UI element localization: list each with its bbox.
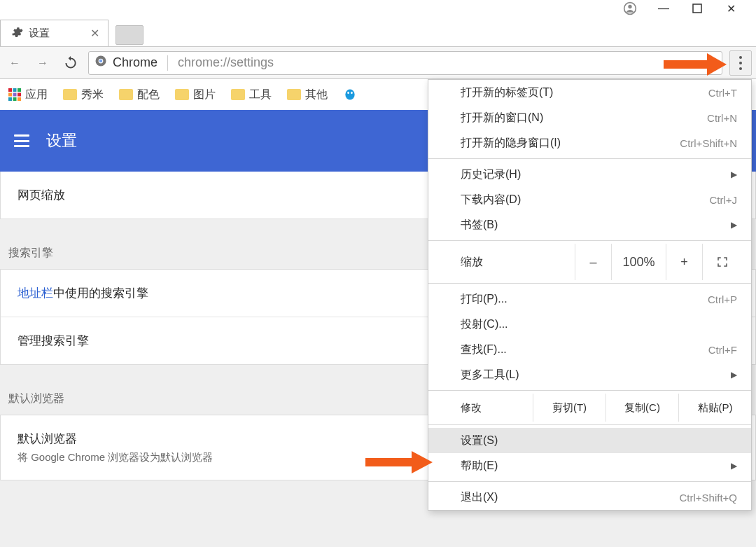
tab-settings[interactable]: 设置 ✕: [0, 20, 108, 46]
back-button[interactable]: ←: [4, 53, 25, 74]
tab-strip: 设置 ✕: [0, 18, 756, 46]
menu-label: 更多工具(L): [461, 368, 519, 382]
svg-point-7: [739, 62, 742, 64]
menu-label: 退出(X): [461, 490, 498, 505]
settings-title: 设置: [46, 130, 77, 151]
forward-button[interactable]: →: [32, 53, 53, 74]
address-bar-text: 中使用的搜索引擎: [53, 286, 148, 300]
menu-separator: [428, 481, 751, 482]
svg-point-18: [345, 90, 354, 100]
menu-shortcut: Ctrl+N: [707, 112, 737, 124]
address-bar[interactable]: Chrome chrome://settings: [88, 51, 722, 75]
menu-label: 设置(S): [461, 434, 498, 448]
submenu-indicator-icon: ▶: [731, 169, 737, 179]
menu-cut[interactable]: 剪切(T): [533, 394, 606, 422]
svg-rect-12: [8, 93, 12, 97]
qq-icon: [343, 88, 357, 102]
zoom-in-button[interactable]: +: [666, 244, 702, 280]
bookmark-label: 配色: [137, 88, 160, 102]
tab-title: 设置: [29, 27, 50, 40]
bookmark-label: 其他: [305, 88, 328, 102]
svg-rect-14: [18, 93, 21, 97]
menu-settings[interactable]: 设置(S): [428, 428, 751, 453]
svg-point-19: [347, 92, 349, 94]
svg-point-5: [99, 60, 103, 63]
menu-shortcut: Ctrl+T: [708, 87, 737, 99]
bookmark-item[interactable]: 秀米: [63, 88, 104, 102]
address-origin-label: Chrome: [113, 55, 158, 70]
menu-find[interactable]: 查找(F)...Ctrl+F: [428, 337, 751, 362]
bookmark-item-qq[interactable]: [343, 88, 357, 102]
menu-separator: [428, 283, 751, 284]
window-controls: — ✕: [623, 1, 756, 15]
menu-separator: [428, 240, 751, 241]
folder-icon: [231, 89, 245, 100]
maximize-button[interactable]: [690, 1, 704, 15]
close-window-button[interactable]: ✕: [724, 1, 738, 15]
menu-paste[interactable]: 粘贴(P): [678, 394, 751, 422]
apps-shortcut[interactable]: 应用: [8, 88, 48, 102]
bookmark-item[interactable]: 配色: [119, 88, 160, 102]
menu-downloads[interactable]: 下载内容(D)Ctrl+J: [428, 187, 751, 212]
menu-new-tab[interactable]: 打开新的标签页(T)Ctrl+T: [428, 80, 751, 105]
menu-zoom: 缩放 – 100% +: [428, 244, 751, 280]
menu-exit[interactable]: 退出(X)Ctrl+Shift+Q: [428, 485, 751, 510]
menu-incognito[interactable]: 打开新的隐身窗口(I)Ctrl+Shift+N: [428, 130, 751, 155]
bookmark-item[interactable]: 其他: [287, 88, 328, 102]
menu-more-tools[interactable]: 更多工具(L)▶: [428, 362, 751, 387]
toolbar: ← → Chrome chrome://settings: [0, 46, 756, 79]
zoom-out-button[interactable]: –: [575, 244, 611, 280]
svg-rect-2: [693, 4, 701, 13]
menu-label: 缩放: [461, 255, 483, 270]
address-url: chrome://settings: [178, 55, 274, 70]
separator: [167, 55, 168, 71]
bookmark-label: 工具: [249, 88, 272, 102]
menu-new-window[interactable]: 打开新的窗口(N)Ctrl+N: [428, 105, 751, 130]
menu-label: 打开新的隐身窗口(I): [461, 136, 561, 151]
menu-separator: [428, 424, 751, 425]
svg-rect-17: [18, 97, 21, 101]
svg-rect-9: [8, 88, 12, 92]
menu-bookmarks[interactable]: 书签(B)▶: [428, 212, 751, 237]
zoom-value: 100%: [611, 244, 666, 280]
folder-icon: [287, 89, 301, 100]
menu-cast[interactable]: 投射(C)...: [428, 312, 751, 337]
menu-edit-label: 修改: [428, 394, 533, 422]
submenu-indicator-icon: ▶: [731, 220, 737, 230]
hamburger-icon[interactable]: [14, 134, 29, 147]
menu-copy[interactable]: 复制(C): [606, 394, 678, 422]
new-tab-button[interactable]: [115, 25, 144, 45]
menu-shortcut: Ctrl+P: [708, 293, 737, 305]
chrome-menu: 打开新的标签页(T)Ctrl+T 打开新的窗口(N)Ctrl+N 打开新的隐身窗…: [428, 79, 752, 511]
folder-icon: [175, 89, 189, 100]
gear-icon: [10, 26, 23, 41]
submenu-indicator-icon: ▶: [731, 370, 737, 380]
bookmark-item[interactable]: 图片: [175, 88, 216, 102]
menu-label: 帮助(E): [461, 459, 498, 473]
svg-rect-13: [13, 93, 17, 97]
chrome-menu-button[interactable]: [729, 50, 752, 76]
svg-point-20: [351, 92, 353, 94]
folder-icon: [119, 89, 133, 100]
apps-icon: [8, 88, 21, 101]
svg-rect-15: [8, 97, 12, 101]
reload-button[interactable]: [60, 53, 81, 74]
fullscreen-button[interactable]: [702, 244, 741, 280]
menu-help[interactable]: 帮助(E)▶: [428, 453, 751, 478]
bookmark-item[interactable]: 工具: [231, 88, 272, 102]
address-bar-link[interactable]: 地址栏: [18, 286, 53, 300]
account-icon[interactable]: [623, 1, 637, 15]
svg-rect-10: [13, 88, 17, 92]
annotation-arrow-settings-item: [365, 448, 433, 476]
menu-label: 查找(F)...: [461, 342, 507, 357]
folder-icon: [63, 89, 77, 100]
menu-history[interactable]: 历史记录(H)▶: [428, 162, 751, 187]
menu-label: 书签(B): [461, 218, 498, 233]
menu-label: 打印(P)...: [461, 292, 507, 307]
svg-point-6: [739, 56, 742, 59]
tab-close-icon[interactable]: ✕: [90, 27, 99, 40]
minimize-button[interactable]: —: [657, 1, 671, 15]
menu-shortcut: Ctrl+Shift+N: [680, 137, 737, 149]
menu-edit-row: 修改 剪切(T) 复制(C) 粘贴(P): [428, 394, 751, 422]
menu-print[interactable]: 打印(P)...Ctrl+P: [428, 286, 751, 312]
